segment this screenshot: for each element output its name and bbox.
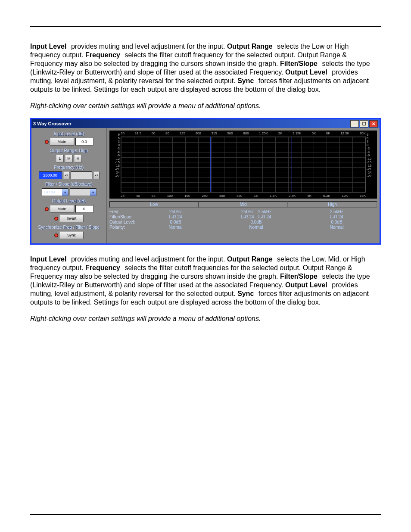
chevron-down-icon: ▾: [62, 189, 68, 196]
input-level-value[interactable]: 0.0: [75, 138, 93, 146]
window-minimize-button[interactable]: _: [350, 120, 359, 128]
mute-button[interactable]: Mute: [50, 138, 74, 146]
controls-panel: Input Level (dB) Mute 0.0 Output Range: …: [31, 128, 107, 243]
props-low: 250Hz L-R 24 0.0dB Normal: [135, 209, 216, 230]
output-mute-button[interactable]: Mute: [50, 205, 74, 213]
invert-led-icon: [54, 217, 58, 221]
frequency-spinner[interactable]: ▴▾: [63, 171, 69, 179]
row-label-outlevel: Output Level:: [109, 220, 135, 225]
chevron-down-icon: ▾: [90, 189, 96, 196]
term-sync: Sync: [237, 77, 254, 84]
frequency-input-2[interactable]: [71, 171, 92, 179]
dialog-titlebar: 3 Way Crossover _ ❐ ✕: [31, 119, 380, 128]
dialog-title: 3 Way Crossover: [33, 121, 72, 126]
label-sync: Synchronize Freq / Filter / Slope: [34, 224, 104, 231]
props-high: 2.5kHz L-R 24 0.0dB Normal: [296, 209, 377, 230]
output-properties: Freq: Filter/Slope: Output Level: Polari…: [109, 209, 377, 230]
term-frequency: Frequency: [85, 51, 120, 59]
plot-area[interactable]: [121, 137, 366, 193]
range-low-button[interactable]: L: [56, 155, 64, 162]
row-label-fs: Filter/Slope:: [109, 215, 135, 220]
para-rightclick-2: Right-clicking over certain settings wil…: [30, 314, 381, 323]
band-mid[interactable]: Mid: [199, 201, 288, 208]
term-output-range: Output Range: [227, 43, 273, 50]
band-high[interactable]: High: [288, 201, 377, 208]
sync-led-icon: [54, 233, 58, 237]
invert-button[interactable]: Invert: [59, 215, 84, 222]
output-level-value[interactable]: 0: [75, 205, 93, 213]
row-label-freq: Freq:: [109, 209, 135, 215]
range-high-button[interactable]: H: [74, 155, 82, 162]
label-filter-slope: Filter / Slope (dB/octave): [34, 181, 104, 188]
band-low[interactable]: Low: [109, 201, 199, 208]
crossover-graph[interactable]: 9630-3-6-9-12-15-18-21-24-27 9630-3-6-9-…: [109, 131, 377, 199]
label-input-level: Input Level (dB): [34, 131, 104, 138]
output-mute-led-icon: [45, 207, 49, 211]
range-mid-button[interactable]: M: [65, 155, 73, 162]
label-frequency: Frequency (Hz): [34, 164, 104, 171]
term-filter-slope: Filter/Slope: [280, 60, 318, 67]
y-axis-left: 9630-3-6-9-12-15-18-21-24-27: [111, 133, 120, 178]
para-2way: Input Level provides muting and level ad…: [30, 42, 381, 94]
plot-svg: [121, 137, 365, 193]
frequency-input[interactable]: 2500.00: [39, 171, 62, 179]
sync-button[interactable]: Sync: [59, 231, 84, 239]
frequency-spinner-2[interactable]: ▴▾: [93, 171, 100, 179]
x-axis-bottom: 2540631001602504006301K1.6K2.5K4K6.3K10K…: [121, 194, 366, 198]
x-axis-top: 2031.550801252003155008001.25K2K3.15K5K8…: [121, 131, 366, 135]
mute-led-icon: [45, 140, 49, 144]
label-output-range: Output Range: High: [34, 147, 104, 155]
term-output-level: Output Level: [285, 68, 327, 76]
window-restore-button[interactable]: ❐: [360, 120, 368, 128]
para-rightclick-1: Right-clicking over certain settings wil…: [30, 102, 381, 110]
term-input-level: Input Level: [30, 43, 66, 50]
props-mid: 250Hz2.5kHz L-R 24L-R 24 0.0dB Normal: [216, 209, 296, 230]
row-label-polarity: Polarity:: [109, 225, 135, 230]
filter-slope-select-1[interactable]: L-R 24 ▾: [42, 188, 68, 196]
filter-slope-select-2[interactable]: ▾: [70, 188, 97, 196]
y-axis-right: 9630-3-6-9-12-15-18-21-24-27: [367, 133, 375, 178]
label-output-level: Output Level (dB): [34, 198, 104, 205]
band-strip: Low Mid High: [109, 201, 377, 208]
para-3way: Input Level provides muting and level ad…: [30, 255, 381, 307]
window-close-button[interactable]: ✕: [369, 120, 378, 128]
crossover-dialog: 3 Way Crossover _ ❐ ✕ Input Level (dB) M…: [30, 118, 381, 245]
